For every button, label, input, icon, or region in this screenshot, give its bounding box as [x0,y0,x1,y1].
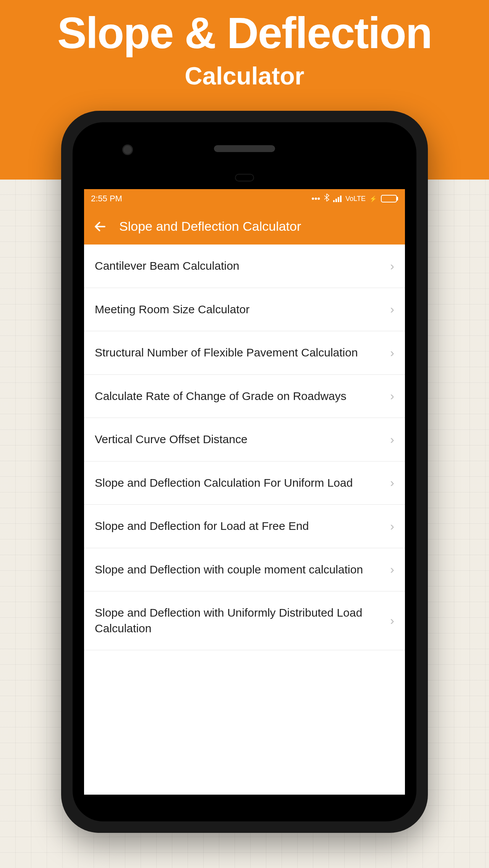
chevron-right-icon: › [390,476,394,490]
list-item-label: Calculate Rate of Change of Grade on Roa… [95,389,390,404]
status-bar-left: 2:55 PM [91,194,122,204]
list-item-cantilever-beam[interactable]: Cantilever Beam Calculation › [84,245,405,288]
status-bar-right: ••• VoLTE ⚡ [311,194,398,204]
list-item-label: Slope and Deflection Calculation For Uni… [95,475,390,491]
calculator-list: Cantilever Beam Calculation › Meeting Ro… [84,245,405,650]
status-bar: 2:55 PM ••• VoLTE [84,189,405,208]
status-time: 2:55 PM [91,194,122,204]
list-item-free-end[interactable]: Slope and Deflection for Load at Free En… [84,505,405,548]
chevron-right-icon: › [390,614,394,628]
signal-icon [333,195,342,202]
list-item-label: Slope and Deflection for Load at Free En… [95,518,390,534]
list-item-label: Vertical Curve Offset Distance [95,432,390,447]
phone-frame: 2:55 PM ••• VoLTE [61,111,428,833]
chevron-right-icon: › [390,302,394,316]
phone-frame-inner: 2:55 PM ••• VoLTE [73,122,416,821]
chevron-right-icon: › [390,562,394,577]
chevron-right-icon: › [390,519,394,533]
promo-title: Slope & Deflection [57,8,432,58]
chevron-right-icon: › [390,346,394,360]
bluetooth-icon [324,194,329,204]
list-item-uniformly-distributed[interactable]: Slope and Deflection with Uniformly Dist… [84,591,405,650]
back-button[interactable] [93,220,107,233]
list-item-structural-number[interactable]: Structural Number of Flexible Pavement C… [84,331,405,375]
list-item-label: Slope and Deflection with Uniformly Dist… [95,605,390,636]
phone-pill-icon [235,174,254,181]
list-item-vertical-curve[interactable]: Vertical Curve Offset Distance › [84,418,405,462]
list-item-meeting-room[interactable]: Meeting Room Size Calculator › [84,288,405,332]
promo-subtitle: Calculator [185,62,304,90]
list-item-label: Slope and Deflection with couple moment … [95,562,390,578]
list-item-uniform-load[interactable]: Slope and Deflection Calculation For Uni… [84,462,405,505]
battery-icon [381,195,398,202]
charging-icon: ⚡ [369,195,377,202]
app-bar: Slope and Deflection Calculator [84,208,405,245]
list-item-couple-moment[interactable]: Slope and Deflection with couple moment … [84,548,405,592]
list-item-rate-of-change[interactable]: Calculate Rate of Change of Grade on Roa… [84,375,405,418]
more-icon: ••• [311,194,320,204]
chevron-right-icon: › [390,432,394,447]
phone-speaker-icon [214,145,275,152]
list-item-label: Meeting Room Size Calculator [95,302,390,317]
list-item-label: Cantilever Beam Calculation [95,258,390,274]
chevron-right-icon: › [390,259,394,273]
chevron-right-icon: › [390,389,394,403]
phone-camera-icon [122,144,133,155]
list-item-label: Structural Number of Flexible Pavement C… [95,345,390,361]
app-bar-title: Slope and Deflection Calculator [119,219,301,234]
volte-label: VoLTE [345,195,366,203]
phone-screen: 2:55 PM ••• VoLTE [84,189,405,795]
